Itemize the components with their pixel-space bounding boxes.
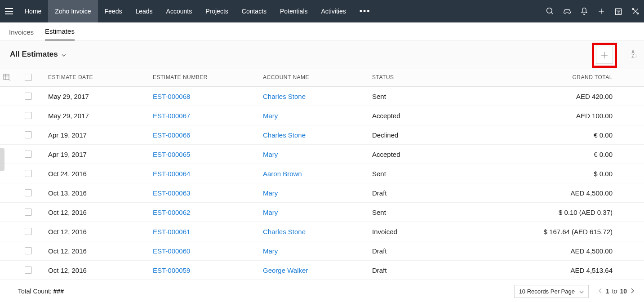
cell-total: AED 100.00 <box>493 112 644 120</box>
plus-icon[interactable] <box>593 0 610 22</box>
table-header: Estimate Date Estimate Number Account Na… <box>0 68 644 87</box>
calendar-icon[interactable]: 31 <box>610 0 627 22</box>
row-checkbox[interactable] <box>25 170 32 177</box>
tools-icon[interactable] <box>627 0 644 22</box>
table-row[interactable]: Oct 13, 2016EST-000063MaryDraftAED 4,500… <box>0 183 644 203</box>
account-name-link[interactable]: Mary <box>263 209 278 216</box>
cell-status: Draft <box>372 189 493 197</box>
table-row[interactable]: Oct 12, 2016EST-000059George WalkerDraft… <box>0 261 644 280</box>
cell-total: AED 4,500.00 <box>493 189 644 197</box>
add-button-highlight <box>592 43 617 68</box>
pagination: 1 to 10 <box>598 288 635 295</box>
col-header-number[interactable]: Estimate Number <box>153 74 263 80</box>
bell-icon[interactable] <box>576 0 593 22</box>
svg-rect-14 <box>4 74 9 80</box>
sub-tabs: InvoicesEstimates <box>0 22 644 40</box>
filter-label: All Estimates <box>10 50 58 59</box>
estimate-number-link[interactable]: EST-000065 <box>153 151 190 158</box>
select-all-checkbox[interactable] <box>25 74 32 81</box>
cell-status: Invoiced <box>372 228 493 235</box>
caret-down-icon <box>62 50 66 59</box>
row-checkbox[interactable] <box>25 131 32 138</box>
tab-invoices[interactable]: Invoices <box>9 24 34 40</box>
records-per-page-dropdown[interactable]: 10 Records Per Page <box>514 285 589 298</box>
estimate-number-link[interactable]: EST-000061 <box>153 228 190 235</box>
game-controller-icon[interactable] <box>559 0 576 22</box>
nav-item-feeds[interactable]: Feeds <box>98 0 129 22</box>
estimate-number-link[interactable]: EST-000068 <box>153 93 190 100</box>
menu-icon[interactable] <box>0 0 18 22</box>
tab-estimates[interactable]: Estimates <box>45 23 75 40</box>
cell-status: Draft <box>372 266 493 274</box>
col-header-status[interactable]: Status <box>372 74 493 80</box>
table-row[interactable]: Oct 12, 2016EST-000060MaryDraftAED 4,500… <box>0 241 644 261</box>
search-icon[interactable] <box>542 0 559 22</box>
row-checkbox[interactable] <box>25 93 32 100</box>
nav-item-potentials[interactable]: Potentials <box>273 0 314 22</box>
account-name-link[interactable]: Mary <box>263 112 278 120</box>
prev-page-icon[interactable] <box>598 288 603 295</box>
panel-expand-handle[interactable] <box>0 148 4 171</box>
nav-item-accounts[interactable]: Accounts <box>160 0 199 22</box>
estimate-number-link[interactable]: EST-000059 <box>153 266 190 274</box>
table-row[interactable]: Apr 19, 2017EST-000066Charles StoneDecli… <box>0 125 644 145</box>
col-header-date[interactable]: Estimate Date <box>43 74 153 80</box>
nav-item-activities[interactable]: Activities <box>315 0 353 22</box>
svg-text:31: 31 <box>617 11 621 14</box>
column-settings-icon[interactable] <box>0 74 18 81</box>
account-name-link[interactable]: Mary <box>263 189 278 197</box>
account-name-link[interactable]: George Walker <box>263 266 308 274</box>
account-name-link[interactable]: Charles Stone <box>263 93 306 100</box>
table-row[interactable]: Oct 12, 2016EST-000062MarySent$ 0.10 (AE… <box>0 203 644 222</box>
row-checkbox[interactable] <box>25 266 32 274</box>
cell-status: Sent <box>372 93 493 100</box>
nav-item-zoho-invoice[interactable]: Zoho Invoice <box>48 0 98 22</box>
cell-total: $ 0.00 <box>493 170 644 178</box>
row-checkbox[interactable] <box>25 228 32 235</box>
row-checkbox[interactable] <box>25 209 32 216</box>
cell-status: Draft <box>372 247 493 255</box>
records-per-page-label: 10 Records Per Page <box>519 288 575 295</box>
next-page-icon[interactable] <box>630 288 635 295</box>
col-header-total[interactable]: Grand Total <box>493 74 644 80</box>
total-count-label: Total Count: <box>18 288 52 295</box>
estimate-number-link[interactable]: EST-000063 <box>153 189 190 197</box>
account-name-link[interactable]: Charles Stone <box>263 131 306 139</box>
cell-date: Oct 24, 2016 <box>43 170 153 178</box>
account-name-link[interactable]: Aaron Brown <box>263 170 302 178</box>
total-count: Total Count: ### <box>18 288 64 295</box>
row-checkbox[interactable] <box>25 247 32 254</box>
account-name-link[interactable]: Mary <box>263 151 278 158</box>
sort-button[interactable]: AZ↓ <box>631 50 637 59</box>
add-estimate-button[interactable] <box>596 47 613 64</box>
account-name-link[interactable]: Mary <box>263 247 278 255</box>
cell-date: Oct 12, 2016 <box>43 266 153 274</box>
row-checkbox[interactable] <box>25 151 32 158</box>
nav-item-leads[interactable]: Leads <box>129 0 159 22</box>
table-row[interactable]: Oct 24, 2016EST-000064Aaron BrownSent$ 0… <box>0 164 644 183</box>
page-to: 10 <box>620 288 627 295</box>
nav-item-home[interactable]: Home <box>18 0 48 22</box>
table-row[interactable]: Oct 12, 2016EST-000061Charles StoneInvoi… <box>0 222 644 241</box>
estimate-number-link[interactable]: EST-000066 <box>153 131 190 139</box>
estimate-number-link[interactable]: EST-000064 <box>153 170 190 178</box>
table-row[interactable]: May 29, 2017EST-000067MaryAcceptedAED 10… <box>0 106 644 125</box>
total-count-value: ### <box>53 288 64 295</box>
nav-item-projects[interactable]: Projects <box>199 0 235 22</box>
cell-total: AED 4,500.00 <box>493 247 644 255</box>
row-checkbox[interactable] <box>25 189 32 196</box>
table-row[interactable]: Apr 19, 2017EST-000065MaryAccepted€ 0.00 <box>0 145 644 164</box>
estimate-number-link[interactable]: EST-000060 <box>153 247 190 255</box>
table-row[interactable]: May 29, 2017EST-000068Charles StoneSentA… <box>0 87 644 106</box>
nav-item-contacts[interactable]: Contacts <box>235 0 273 22</box>
nav-more[interactable]: ••• <box>353 0 378 22</box>
cell-total: $ 167.64 (AED 615.72) <box>493 228 644 235</box>
row-checkbox[interactable] <box>25 112 32 119</box>
cell-status: Declined <box>372 131 493 139</box>
account-name-link[interactable]: Charles Stone <box>263 228 306 235</box>
cell-total: AED 420.00 <box>493 93 644 100</box>
col-header-account[interactable]: Account Name <box>263 74 372 80</box>
estimate-number-link[interactable]: EST-000062 <box>153 209 190 216</box>
filter-dropdown[interactable]: All Estimates <box>10 50 66 59</box>
estimate-number-link[interactable]: EST-000067 <box>153 112 190 120</box>
